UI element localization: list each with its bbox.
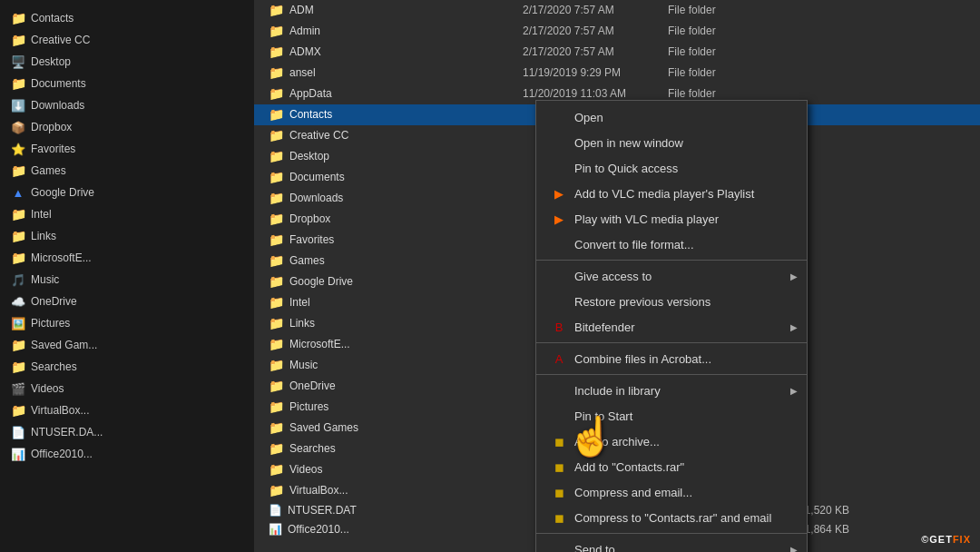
file-date: 2/17/2020 7:57 AM [523,25,668,37]
sidebar-item-label: Videos [31,382,64,395]
ctx-pin-quick-access[interactable]: Pin to Quick access [536,155,807,181]
file-name-label: Desktop [289,150,329,163]
file-name: 📁 Creative CC [269,128,523,143]
archive-icon: ◼ [551,484,567,500]
ctx-label: Compress to "Contacts.rar" and email [574,511,771,525]
content-area: 📁 ADM 2/17/2020 7:57 AM File folder 📁 Ad… [254,0,980,552]
file-name-label: Dropbox [289,212,330,225]
file-name: 📊 Office2010... [269,523,523,536]
file-name-label: Searches [289,442,336,455]
folder-icon: 📁 [11,33,25,47]
file-name: 📁 AppData [269,86,523,101]
send-icon [551,541,567,552]
table-row[interactable]: 📁 ansel 11/19/2019 9:29 PM File folder [254,63,980,84]
pictures-icon: 🖼️ [11,316,25,330]
sidebar-item-label: NTUSER.DA... [31,426,103,439]
ctx-compress-email[interactable]: ◼ Compress and email... [536,479,807,505]
sidebar-item-ntuser[interactable]: 📄 NTUSER.DA... [0,421,254,443]
ctx-open-new-window[interactable]: Open in new window [536,130,807,155]
sidebar-item-downloads[interactable]: ⬇️ Downloads [0,94,254,116]
sidebar-item-games[interactable]: 📁 Games [0,160,254,182]
sidebar-item-contacts[interactable]: 📁 Contacts [0,7,254,29]
table-row[interactable]: 📁 ADMX 2/17/2020 7:57 AM File folder [254,42,980,63]
file-name: 📁 MicrosoftE... [269,337,523,351]
sidebar-item-links[interactable]: 📁 Links [0,225,254,247]
sidebar-item-desktop[interactable]: 🖥️ Desktop [0,51,254,73]
file-name: 📁 Intel [269,295,523,310]
ctx-add-contacts-rar[interactable]: ◼ Add to "Contacts.rar" [536,454,807,479]
vlc-icon: ▶ [551,211,567,227]
ctx-restore-versions[interactable]: Restore previous versions [536,289,807,314]
folder-icon: 📁 [269,420,284,435]
file-name: 📁 Desktop [269,149,523,163]
ctx-bitdefender[interactable]: B Bitdefender [536,314,807,340]
file-name: 📁 ansel [269,65,523,80]
folder-icon: 📁 [269,191,284,205]
ctx-label: Add to "Contacts.rar" [574,460,684,474]
folder-icon: 📁 [269,253,284,268]
sidebar-item-googledrive[interactable]: ▲ Google Drive [0,182,254,203]
vlc-icon: ▶ [551,185,567,202]
sidebar-item-searches[interactable]: 📁 Searches [0,356,254,378]
sidebar-item-music[interactable]: 🎵 Music [0,269,254,291]
folder-icon: 📁 [269,274,284,289]
table-row[interactable]: 📁 ADM 2/17/2020 7:57 AM File folder [254,0,980,21]
sidebar-item-label: Google Drive [31,186,94,199]
sidebar-item-pictures[interactable]: 🖼️ Pictures [0,312,254,334]
ctx-compress-contacts-email[interactable]: ◼ Compress to "Contacts.rar" and email [536,505,807,530]
file-name-label: Admin [289,25,320,37]
file-name-label: MicrosoftE... [289,338,350,350]
sidebar-item-intel[interactable]: 📁 Intel [0,203,254,225]
file-name-label: Documents [289,171,345,183]
file-name: 📁 Google Drive [269,274,523,289]
folder-icon: 📁 [269,295,284,310]
sidebar-item-virtualbox[interactable]: 📁 VirtualBox... [0,399,254,421]
sidebar-item-videos[interactable]: 🎬 Videos [0,378,254,399]
folder-icon: 📁 [11,207,25,222]
excel-icon: 📊 [11,447,25,461]
ctx-label: Open [574,111,603,124]
ctx-open[interactable]: Open [536,104,807,130]
folder-icon: 📁 [269,337,284,351]
sidebar-item-savedgames[interactable]: 📁 Saved Gam... [0,334,254,356]
sidebar-item-documents[interactable]: 📁 Documents [0,73,254,94]
ctx-label: Restore previous versions [574,295,710,309]
sidebar-item-office[interactable]: 📊 Office2010... [0,443,254,465]
sidebar-item-label: Intel [31,208,52,221]
table-row[interactable]: 📁 Admin 2/17/2020 7:57 AM File folder [254,21,980,42]
file-name: 📁 Games [269,253,523,268]
file-name-label: Pictures [289,400,328,413]
folder-icon: 📁 [269,86,284,101]
file-type: File folder [668,45,777,58]
excel-file-icon: 📊 [269,523,282,536]
sidebar-item-microsofte[interactable]: 📁 MicrosoftE... [0,247,254,269]
file-date: 11/19/2019 9:29 PM [523,66,668,79]
sidebar-item-label: VirtualBox... [31,404,89,417]
watermark-get: ©GET [921,534,953,545]
sidebar-item-creative[interactable]: 📁 Creative CC [0,29,254,51]
ctx-give-access[interactable]: Give access to [536,263,807,289]
sidebar-item-label: Documents [31,77,86,90]
folder-icon: 📁 [269,149,284,163]
ctx-vlc-play[interactable]: ▶ Play with VLC media player [536,206,807,232]
folder-icon: 📁 [269,3,284,17]
file-name-label: Contacts [289,108,332,121]
dropbox-icon: 📦 [11,120,25,134]
file-name: 📁 Documents [269,170,523,184]
ctx-send-to[interactable]: Send to [536,537,807,552]
sidebar-item-favorites[interactable]: ⭐ Favorites [0,138,254,160]
ctx-vlc-playlist[interactable]: ▶ Add to VLC media player's Playlist [536,181,807,206]
ctx-include-library[interactable]: Include in library [536,378,807,403]
sidebar-item-label: Links [31,230,56,242]
ctx-label: Open in new window [574,136,683,150]
ctx-pin-start[interactable]: Pin to Start [536,403,807,429]
sidebar-item-onedrive[interactable]: ☁️ OneDrive [0,291,254,312]
new-window-icon [551,134,567,151]
folder-icon: 📁 [269,24,284,38]
ctx-combine-acrobat[interactable]: A Combine files in Acrobat... [536,346,807,371]
sidebar-item-dropbox[interactable]: 📦 Dropbox [0,116,254,138]
folder-icon: 📁 [269,44,284,59]
googledrive-icon: ▲ [11,185,25,200]
ctx-add-archive[interactable]: ◼ Add to archive... [536,429,807,454]
ctx-convert[interactable]: Convert to file format... [536,232,807,257]
